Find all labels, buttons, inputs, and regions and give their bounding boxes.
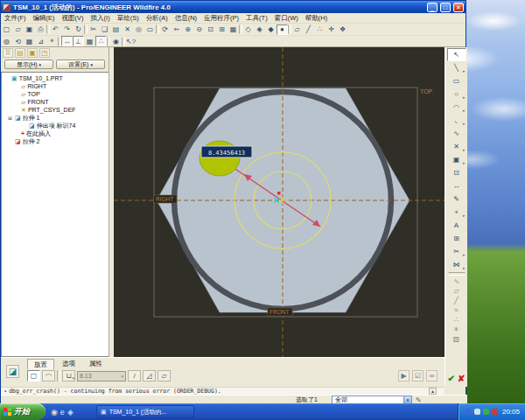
diag-shade-tool[interactable]: ▨: [447, 334, 466, 344]
menu-item[interactable]: 应用程序(P): [200, 14, 242, 23]
minimize-button[interactable]: _: [427, 3, 438, 12]
palette-tool[interactable]: ⊞: [447, 232, 466, 245]
select-tool[interactable]: ↖: [447, 48, 466, 61]
point-tool[interactable]: ✕▸: [447, 140, 466, 153]
sketcher-setup-icon[interactable]: ◍: [1, 36, 12, 46]
surface-button[interactable]: ◠: [42, 370, 55, 382]
chevron-down-icon[interactable]: ▾: [121, 374, 123, 379]
thicken-button[interactable]: ▱: [158, 370, 171, 382]
shade-loops-tool[interactable]: ∿: [447, 276, 466, 286]
datum-label-front[interactable]: FRONT: [270, 309, 289, 315]
regenerate-icon[interactable]: ↻: [73, 24, 84, 35]
folder-browser-icon[interactable]: ▣: [27, 48, 38, 58]
menu-item[interactable]: 分析(A): [143, 14, 172, 23]
spin-center-toggle-icon[interactable]: ❖: [337, 24, 348, 35]
mirror-tool[interactable]: ⋈▸: [447, 258, 466, 271]
offset-edge-tool[interactable]: ⊡: [447, 166, 466, 179]
dimension-tool[interactable]: ↔: [447, 179, 466, 192]
scroll-up-icon[interactable]: ▲: [429, 388, 437, 395]
remove-material-button[interactable]: ◿: [143, 370, 156, 382]
menu-item[interactable]: 帮助(H): [302, 14, 331, 23]
sketch-prefs-icon[interactable]: ⊿: [35, 36, 46, 46]
feature-requirements-tool[interactable]: ≈: [447, 305, 466, 315]
dashboard-tab[interactable]: 选项: [56, 359, 81, 369]
verify-button[interactable]: ∞: [426, 370, 438, 382]
paste-icon[interactable]: ▤: [110, 24, 122, 35]
cut-icon[interactable]: ✂: [88, 24, 99, 35]
chevron-down-icon[interactable]: ▾: [403, 396, 411, 403]
settings-dropdown-button[interactable]: 设置(E) ▾: [56, 60, 105, 69]
print-icon[interactable]: ⎙: [35, 24, 46, 35]
solid-button[interactable]: ▢: [27, 370, 40, 382]
copy-icon[interactable]: ❏: [99, 24, 110, 35]
fillet-tool[interactable]: ◟▸: [447, 114, 466, 127]
shade-sections-icon[interactable]: ◉: [110, 36, 122, 46]
find-icon[interactable]: ◎: [133, 24, 144, 35]
show-dropdown-button[interactable]: 显示(H) ▾: [4, 60, 53, 69]
flip-direction-button[interactable]: /: [128, 370, 141, 382]
maximize-button[interactable]: □: [440, 3, 451, 12]
tray-green-icon[interactable]: [483, 409, 489, 415]
redo-icon[interactable]: ↷: [61, 24, 73, 35]
dashboard-tab[interactable]: 放置: [27, 359, 54, 369]
depth-value-field[interactable]: 8.13 ▾: [77, 371, 126, 382]
tray-proe-icon[interactable]: [466, 409, 472, 415]
shaded-icon[interactable]: ●: [276, 24, 288, 35]
named-views-icon[interactable]: ⊞: [216, 24, 228, 35]
reorient-icon[interactable]: ➳: [171, 24, 182, 35]
tree-item[interactable]: ◪ 伸出项 标识74: [2, 122, 108, 130]
select-mode-icon[interactable]: ▭: [144, 24, 156, 35]
sketch-cancel-button[interactable]: ✘: [458, 374, 465, 383]
tree-item[interactable]: ▱ FRONT: [2, 98, 108, 106]
menu-item[interactable]: 窗口(W): [271, 14, 302, 23]
circle-tool[interactable]: ○▸: [447, 88, 466, 101]
quick-launch-media-icon[interactable]: ◈: [67, 406, 74, 418]
no-hidden-icon[interactable]: ◆: [265, 24, 276, 35]
tree-item[interactable]: ◪ 拉伸 2: [2, 137, 108, 145]
toggle-dimensions-icon[interactable]: ↔: [61, 36, 73, 46]
datum-csys-toggle-icon[interactable]: ✛: [326, 24, 337, 35]
overlap-geometry-tool[interactable]: ╱: [447, 296, 466, 305]
menu-item[interactable]: 草绘(S): [114, 14, 143, 23]
diag-star-tool[interactable]: ✳: [447, 325, 466, 334]
menu-item[interactable]: 插入(I): [88, 14, 114, 23]
use-edge-tool[interactable]: ▣▸: [447, 153, 466, 166]
toggle-grid-icon[interactable]: ▦: [84, 36, 95, 46]
view-manager-icon[interactable]: ▦: [228, 24, 239, 35]
sel-filter-icon[interactable]: ⌖: [46, 36, 58, 46]
arc-tool[interactable]: ◠▸: [447, 101, 466, 114]
new-file-icon[interactable]: ▢: [1, 24, 12, 35]
refit-icon[interactable]: ⊡: [205, 24, 216, 35]
line-tool[interactable]: ╲▸: [447, 61, 466, 74]
toggle-vertices-icon[interactable]: ∴: [95, 36, 107, 46]
modify-dims-tool[interactable]: ✎: [447, 192, 466, 206]
zoom-out-icon[interactable]: ⊖: [193, 24, 205, 35]
tree-item[interactable]: ▱ RIGHT: [2, 82, 108, 90]
pause-button[interactable]: ▶: [398, 370, 410, 382]
quick-launch-player-icon[interactable]: ◉: [51, 406, 58, 418]
datum-planes-toggle-icon[interactable]: ▱: [291, 24, 303, 35]
preview-toggle[interactable]: ☑: [412, 370, 424, 382]
reference-point-marker[interactable]: [277, 192, 281, 195]
datum-axes-toggle-icon[interactable]: ╱: [303, 24, 314, 35]
menu-item[interactable]: 视图(V): [59, 14, 88, 23]
close-button[interactable]: ✕: [453, 3, 464, 12]
undo-icon[interactable]: ↶: [50, 24, 61, 35]
favorites-icon[interactable]: ◳: [39, 48, 50, 58]
zoom-in-icon[interactable]: ⊕: [182, 24, 193, 35]
repaint-icon[interactable]: ⟳: [159, 24, 171, 35]
tree-item[interactable]: ▣ TSM_10_1.PRT: [2, 74, 108, 82]
dashboard-tab[interactable]: 属性: [83, 359, 108, 369]
sketch-done-button[interactable]: ✔: [448, 374, 455, 383]
open-file-icon[interactable]: ▱: [12, 24, 24, 35]
menu-item[interactable]: 编辑(E): [30, 14, 59, 23]
save-icon[interactable]: ▣: [24, 24, 35, 35]
sketch-orient-icon[interactable]: ⟲: [12, 36, 24, 46]
tree-expand-box[interactable]: ⊞: [7, 115, 13, 121]
datum-label-top[interactable]: TOP: [420, 88, 433, 94]
context-help-icon[interactable]: ↖?: [125, 36, 136, 46]
depth-type-button[interactable]: ⊔▾: [62, 370, 75, 382]
start-button[interactable]: 开始: [0, 403, 46, 420]
taskbar-task-button[interactable]: ▣ TSM_10_1 (活动的...: [96, 405, 194, 418]
text-tool[interactable]: A: [447, 219, 466, 232]
